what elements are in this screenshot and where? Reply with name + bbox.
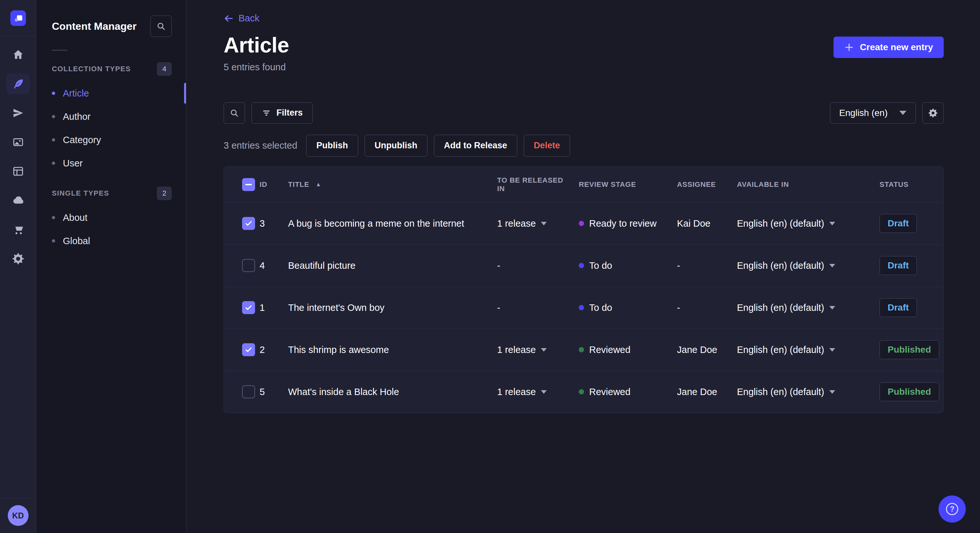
cell-available-in[interactable]: English (en) (default): [730, 303, 873, 313]
cell-checkbox: [224, 259, 259, 272]
column-header-id[interactable]: ID: [259, 180, 288, 189]
delete-button[interactable]: Delete: [524, 135, 570, 157]
cell-available-in[interactable]: English (en) (default): [730, 260, 873, 271]
sidebar-item-author[interactable]: Author: [36, 105, 186, 128]
cell-review-stage: Reviewed: [572, 344, 670, 355]
search-button[interactable]: [224, 102, 245, 124]
entry-id: 3: [259, 218, 265, 229]
table-row[interactable]: 4Beautiful picture-To do-English (en) (d…: [224, 244, 943, 287]
table-row[interactable]: 3A bug is becoming a meme on the interne…: [224, 202, 943, 244]
view-settings-button[interactable]: [922, 102, 944, 124]
entry-title: This shrimp is awesome: [288, 344, 389, 355]
nav-marketplace-icon[interactable]: [6, 219, 30, 240]
section-label: SINGLE TYPES: [52, 189, 109, 198]
publish-button[interactable]: Publish: [306, 135, 358, 157]
section-label: COLLECTION TYPES: [52, 65, 131, 73]
stage-dot-icon: [579, 221, 584, 226]
cell-available-in[interactable]: English (en) (default): [730, 218, 873, 229]
chevron-down-icon: [829, 264, 835, 268]
nav-settings-icon[interactable]: [6, 248, 30, 269]
cell-available-in[interactable]: English (en) (default): [730, 344, 873, 355]
cell-status: Draft: [873, 214, 943, 233]
subnav-title: Content Manager: [52, 21, 137, 32]
assignee-name: Kai Doe: [677, 218, 710, 229]
cell-title: This shrimp is awesome: [288, 344, 491, 355]
cell-available-in[interactable]: English (en) (default): [730, 387, 873, 397]
stage-dot-icon: [579, 263, 584, 268]
nav-deploy-icon[interactable]: [6, 190, 30, 211]
help-button[interactable]: ?: [939, 495, 966, 523]
table-header-row: ID TITLE▲ TO BE RELEASED IN REVIEW STAGE…: [224, 167, 943, 202]
row-checkbox[interactable]: [242, 217, 255, 230]
release-value: 1 release: [497, 218, 536, 229]
indeterminate-icon: [245, 184, 252, 185]
locale-select[interactable]: English (en): [830, 102, 916, 124]
row-checkbox[interactable]: [242, 385, 255, 398]
nav-home-icon[interactable]: [6, 44, 30, 65]
column-header-released[interactable]: TO BE RELEASED IN: [491, 176, 572, 193]
cell-checkbox: [224, 301, 259, 314]
row-checkbox[interactable]: [242, 259, 255, 272]
stage-dot-icon: [579, 305, 584, 310]
cell-review-stage: Ready to review: [572, 218, 670, 229]
sidebar-item-article[interactable]: Article: [36, 82, 186, 105]
back-link[interactable]: Back: [224, 13, 259, 24]
table-row[interactable]: 5What's inside a Black Hole1 releaseRevi…: [224, 371, 943, 413]
chevron-down-icon: [829, 306, 835, 309]
subnav-section: SINGLE TYPES2AboutGlobal: [36, 187, 186, 252]
filter-icon: [261, 108, 271, 118]
filters-button[interactable]: Filters: [251, 102, 313, 124]
sidebar-item-category[interactable]: Category: [36, 128, 186, 152]
table-row[interactable]: 2This shrimp is awesome1 releaseReviewed…: [224, 329, 943, 371]
cell-release[interactable]: 1 release: [491, 387, 572, 397]
cell-release[interactable]: 1 release: [491, 344, 572, 355]
nav-releases-icon[interactable]: [6, 103, 30, 124]
entry-id: 2: [259, 344, 265, 355]
cell-assignee: Jane Doe: [670, 387, 730, 397]
cell-id: 2: [259, 344, 288, 355]
column-header-stage[interactable]: REVIEW STAGE: [572, 180, 670, 189]
entry-title: A bug is becoming a meme on the internet: [288, 218, 464, 229]
cell-release: -: [491, 260, 572, 271]
chevron-down-icon: [829, 390, 835, 394]
select-all-checkbox[interactable]: [242, 178, 255, 191]
column-header-assignee[interactable]: ASSIGNEE: [670, 180, 730, 189]
chevron-down-icon: [829, 222, 835, 225]
column-header-status[interactable]: STATUS: [873, 180, 943, 189]
selection-count: 3 entries selected: [224, 140, 297, 151]
check-icon: [244, 303, 253, 312]
create-entry-button[interactable]: Create new entry: [834, 36, 944, 58]
nav-content-manager-icon[interactable]: [6, 73, 30, 94]
cell-assignee: Jane Doe: [670, 344, 730, 355]
selection-actions: PublishUnpublishAdd to ReleaseDelete: [306, 135, 570, 157]
entry-id: 5: [259, 387, 265, 397]
sidebar-item-user[interactable]: User: [36, 152, 186, 175]
entries-count: 5 entries found: [224, 62, 289, 73]
main-content: Back Article 5 entries found Create new …: [186, 0, 980, 533]
rail-bottom: KD: [0, 498, 36, 533]
strapi-logo[interactable]: [10, 10, 26, 26]
entry-id: 1: [259, 303, 265, 313]
unpublish-button[interactable]: Unpublish: [364, 135, 428, 157]
stage-label: Reviewed: [589, 344, 630, 355]
cell-title: A bug is becoming a meme on the internet: [288, 218, 491, 229]
entry-title: What's inside a Black Hole: [288, 387, 399, 397]
user-avatar[interactable]: KD: [8, 505, 29, 526]
cell-release[interactable]: 1 release: [491, 218, 572, 229]
nav-media-library-icon[interactable]: [6, 132, 30, 152]
table-row[interactable]: 1The internet's Own boy-To do-English (e…: [224, 287, 943, 329]
subnav-search-button[interactable]: [150, 16, 172, 37]
sort-asc-icon: ▲: [316, 181, 321, 188]
column-header-title[interactable]: TITLE▲: [288, 180, 491, 189]
sidebar-item-about[interactable]: About: [36, 206, 186, 229]
add-to-release-button[interactable]: Add to Release: [434, 135, 517, 157]
nav-content-type-builder-icon[interactable]: [6, 161, 30, 182]
entry-title: The internet's Own boy: [288, 303, 384, 313]
row-checkbox[interactable]: [242, 343, 255, 356]
gear-icon: [928, 108, 938, 118]
sidebar-item-global[interactable]: Global: [36, 229, 186, 252]
row-checkbox[interactable]: [242, 301, 255, 314]
cell-status: Draft: [873, 298, 943, 317]
release-value: -: [497, 303, 500, 313]
column-header-available[interactable]: AVAILABLE IN: [730, 180, 873, 189]
